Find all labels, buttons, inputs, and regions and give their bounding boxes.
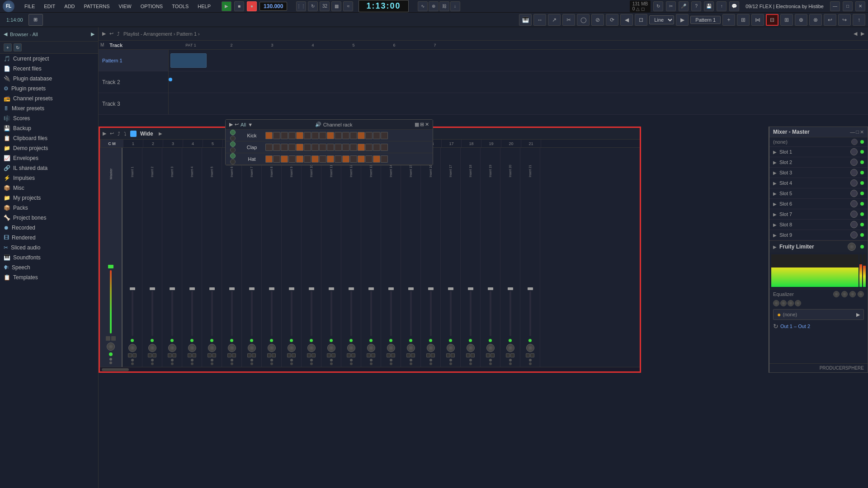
mixer-tb-active[interactable]: ⊟ xyxy=(766,14,778,26)
eq-knob1[interactable] xyxy=(833,291,840,297)
pad[interactable] xyxy=(350,144,357,151)
insert-11-thumb[interactable] xyxy=(329,287,334,290)
pad[interactable] xyxy=(335,144,342,151)
stop-button[interactable]: ■ xyxy=(234,1,244,11)
sidebar-item-backup[interactable]: 💾 Backup xyxy=(0,123,98,133)
eq-knob6[interactable] xyxy=(780,300,787,306)
record-button[interactable]: ● xyxy=(247,1,257,11)
slot-row-9[interactable]: ▶ Slot 9 xyxy=(769,230,868,240)
window-max[interactable]: □ xyxy=(843,1,853,11)
mixer-col-insert-18[interactable]: Insert 18 xyxy=(461,148,481,367)
sidebar-item-project-bones[interactable]: 🦴 Project bones xyxy=(0,213,98,223)
insert-4-knob[interactable] xyxy=(188,344,196,352)
redo-tb[interactable]: ↪ xyxy=(838,14,851,26)
menu-view[interactable]: VIEW xyxy=(117,3,133,10)
pad[interactable] xyxy=(358,144,365,151)
pattern-button[interactable]: Pattern 1 xyxy=(690,16,721,24)
pad[interactable] xyxy=(319,144,326,151)
insert-2-knob[interactable] xyxy=(148,344,156,352)
mixer-col-insert-3[interactable]: Insert 3 xyxy=(162,148,182,367)
mixer2-tb[interactable]: ⊞ xyxy=(780,14,793,26)
pattern1-label[interactable]: Pattern 1 xyxy=(99,50,169,71)
slot-row-4[interactable]: ▶ Slot 4 xyxy=(769,178,868,188)
mic-icon[interactable]: 🎤 xyxy=(679,1,689,11)
pad[interactable] xyxy=(304,132,311,139)
erase-tb-icon[interactable]: ⊘ xyxy=(591,14,604,26)
pad[interactable] xyxy=(281,155,288,163)
insert-6-thumb[interactable] xyxy=(229,287,235,290)
pad[interactable] xyxy=(281,132,288,139)
master-fader-thumb[interactable] xyxy=(108,265,113,268)
insert-2-track[interactable] xyxy=(151,291,153,336)
insert-19-thumb[interactable] xyxy=(488,287,493,290)
pad[interactable] xyxy=(319,155,326,163)
sidebar-item-impulses[interactable]: ⚡ Impulses xyxy=(0,173,98,183)
insert-19-knob[interactable] xyxy=(486,344,495,352)
pad[interactable] xyxy=(296,132,303,139)
pad[interactable] xyxy=(358,132,365,139)
pad[interactable] xyxy=(273,132,280,139)
levels-icon[interactable]: ⊞ xyxy=(28,14,43,26)
insert-1-track[interactable] xyxy=(132,291,133,336)
pad[interactable] xyxy=(365,155,373,163)
insert-13-track[interactable] xyxy=(370,291,372,336)
fruity-limiter-knob[interactable] xyxy=(848,243,856,251)
mute-tb-icon[interactable]: ⊡ xyxy=(635,14,647,26)
insert-8-track[interactable] xyxy=(271,291,273,336)
mixer-col-insert-6[interactable]: Insert 6 xyxy=(222,148,242,367)
insert-13-knob[interactable] xyxy=(367,344,375,352)
insert-5-thumb[interactable] xyxy=(209,287,215,290)
insert-15-thumb[interactable] xyxy=(408,287,414,290)
pad[interactable] xyxy=(304,155,311,163)
insert-14-thumb[interactable] xyxy=(388,287,394,290)
link-icon[interactable]: ⛓ xyxy=(439,1,449,11)
insert-17-knob[interactable] xyxy=(447,344,455,352)
eq-knob4[interactable] xyxy=(858,291,864,297)
insert-20-knob[interactable] xyxy=(506,344,514,352)
sidebar-item-current-project[interactable]: 🎵 Current project xyxy=(0,54,98,64)
window-min[interactable]: — xyxy=(830,1,840,11)
hat-mute[interactable] xyxy=(230,159,236,164)
insert-9-track[interactable] xyxy=(291,291,292,336)
pad[interactable] xyxy=(350,132,357,139)
mixer-col-insert-4[interactable]: Insert 4 xyxy=(182,148,202,367)
insert-20-thumb[interactable] xyxy=(508,287,513,290)
pad[interactable] xyxy=(342,132,349,139)
sidebar-item-mixer-presets[interactable]: 🎚 Mixer presets xyxy=(0,103,98,113)
pad[interactable] xyxy=(311,144,319,151)
pad[interactable] xyxy=(335,132,342,139)
insert-12-track[interactable] xyxy=(350,291,352,336)
play-button[interactable]: ▶ xyxy=(222,1,231,11)
insert-15-knob[interactable] xyxy=(407,344,415,352)
pad[interactable] xyxy=(319,132,326,139)
pad[interactable] xyxy=(288,155,296,163)
mixer-col-insert-11[interactable]: Insert 11 xyxy=(321,148,341,367)
pad[interactable] xyxy=(265,144,273,151)
cr-view1[interactable]: ▦ xyxy=(415,122,419,127)
pad[interactable] xyxy=(350,155,357,163)
pad[interactable] xyxy=(365,144,373,151)
pad[interactable] xyxy=(335,155,342,163)
sidebar-item-sliced-audio[interactable]: ✂ Sliced audio xyxy=(0,243,98,253)
sidebar-item-rendered[interactable]: 🎞 Rendered xyxy=(0,233,98,243)
mixer-col-insert-8[interactable]: Insert 8 xyxy=(262,148,282,367)
insert-7-knob[interactable] xyxy=(248,344,256,352)
eq-knob2[interactable] xyxy=(841,291,848,297)
sidebar-item-recent-files[interactable]: 📄 Recent files xyxy=(0,64,98,74)
insert-10-track[interactable] xyxy=(311,291,312,336)
insert-4-track[interactable] xyxy=(191,291,193,336)
cr-view2[interactable]: ⊞ xyxy=(420,122,424,127)
pattern-block-1[interactable] xyxy=(170,53,207,68)
insert-17-track[interactable] xyxy=(450,291,452,336)
export2-tb[interactable]: ↑ xyxy=(853,14,865,26)
sidebar-item-envelopes[interactable]: 📈 Envelopes xyxy=(0,153,98,163)
insert-11-track[interactable] xyxy=(330,291,332,336)
pad[interactable] xyxy=(381,144,388,151)
undo-tb[interactable]: ↩ xyxy=(824,14,836,26)
sidebar-item-plugin-database[interactable]: 🔌 Plugin database xyxy=(0,74,98,84)
sidebar-item-packs[interactable]: 📦 Packs xyxy=(0,203,98,213)
down-icon[interactable]: ↓ xyxy=(450,1,460,11)
insert-21-knob[interactable] xyxy=(526,344,534,352)
pad[interactable] xyxy=(373,132,380,139)
sidebar-item-my-projects[interactable]: 📁 My projects xyxy=(0,193,98,203)
